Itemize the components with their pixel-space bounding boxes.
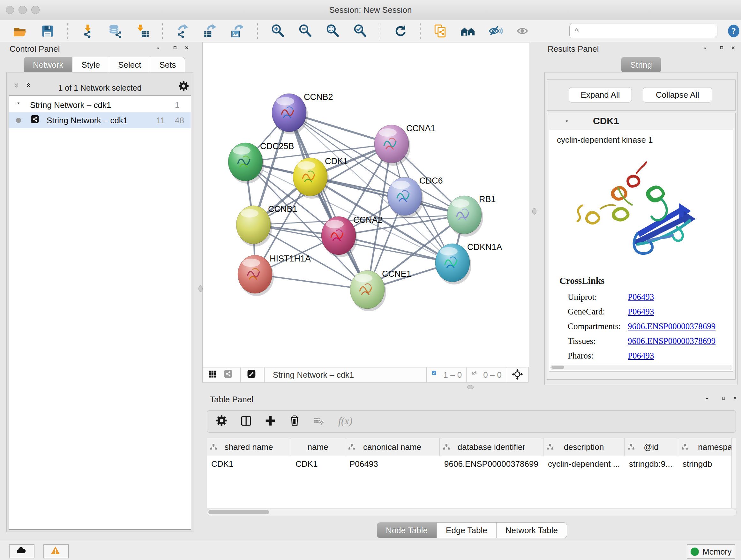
network-row[interactable]: String Network – cdk1 11 48 bbox=[9, 112, 191, 128]
table-panel-collapse-icon[interactable] bbox=[705, 397, 712, 404]
first-neighbors-button[interactable] bbox=[460, 23, 475, 39]
open-session-button[interactable] bbox=[12, 23, 27, 39]
crosslink-label: Tissues: bbox=[568, 336, 628, 346]
cell-description[interactable]: cyclin-dependent ... bbox=[543, 455, 624, 472]
crosslink-row: Uniprot:P06493 bbox=[568, 290, 727, 304]
network-node-cdk1[interactable]: CDK1 bbox=[293, 157, 348, 199]
crosshair-icon[interactable] bbox=[512, 368, 524, 381]
add-column-icon[interactable] bbox=[265, 415, 277, 428]
table-vscrollbar[interactable] bbox=[731, 438, 736, 508]
network-node-ccne1[interactable]: CCNE1 bbox=[350, 269, 411, 311]
settings-gear-icon[interactable] bbox=[216, 415, 229, 428]
show-all-button[interactable] bbox=[515, 23, 530, 39]
memory-button[interactable]: Memory bbox=[687, 544, 735, 559]
tab-string[interactable]: String bbox=[621, 57, 661, 73]
network-canvas[interactable]: CCNB2CCNA1CDC25BCDK1CDC6RB1CCNB1CCNA2CDK… bbox=[202, 42, 529, 368]
fx-icon[interactable]: f(x) bbox=[337, 415, 358, 428]
protein-structure-image bbox=[569, 150, 713, 271]
network-node-ccna1[interactable]: CCNA1 bbox=[374, 124, 435, 166]
table-hscrollbar[interactable] bbox=[207, 509, 737, 516]
network-node-cdc25b[interactable]: CDC25B bbox=[228, 141, 294, 184]
left-splitter-handle[interactable] bbox=[199, 286, 203, 292]
results-panel-close-icon[interactable] bbox=[731, 46, 738, 53]
zoom-selected-button[interactable] bbox=[352, 23, 367, 39]
import-database-button[interactable] bbox=[107, 23, 123, 39]
table-panel-close-icon[interactable] bbox=[733, 396, 740, 403]
control-panel-close-icon[interactable] bbox=[185, 46, 192, 53]
tab-edge-table[interactable]: Edge Table bbox=[437, 522, 496, 538]
results-panel-collapse-icon[interactable] bbox=[703, 47, 711, 54]
tab-sets[interactable]: Sets bbox=[150, 57, 185, 73]
export-network-button[interactable] bbox=[175, 23, 190, 39]
tab-node-table[interactable]: Node Table bbox=[377, 522, 437, 538]
grid-view-icon[interactable] bbox=[208, 369, 219, 380]
table-panel-float-icon[interactable] bbox=[722, 396, 729, 403]
cloud-icon bbox=[16, 545, 28, 557]
table-row[interactable]: CDK1CDK1P064939606.ENSP00000378699cyclin… bbox=[207, 455, 736, 472]
selected-nodes-edges-count: 1 – 0 bbox=[443, 370, 462, 380]
column-header-shared-name[interactable]: shared name bbox=[207, 438, 291, 455]
import-network-button[interactable] bbox=[80, 23, 95, 39]
right-splitter-handle[interactable] bbox=[532, 208, 536, 214]
control-panel-collapse-icon[interactable] bbox=[156, 47, 163, 54]
cloud-button[interactable] bbox=[9, 544, 35, 558]
crosslink-value-link[interactable]: P06493 bbox=[628, 307, 654, 317]
control-panel-float-icon[interactable] bbox=[173, 46, 180, 53]
crosslink-value-link[interactable]: 9606.ENSP00000378699 bbox=[628, 336, 716, 346]
tab-network[interactable]: Network bbox=[23, 57, 72, 73]
tab-network-table[interactable]: Network Table bbox=[496, 522, 567, 538]
columns-icon[interactable] bbox=[240, 415, 253, 428]
column-header--id[interactable]: @id bbox=[624, 438, 678, 455]
network-collection-row[interactable]: String Network – cdk1 1 bbox=[9, 98, 191, 112]
hide-selected-button[interactable] bbox=[488, 23, 503, 39]
network-node-ccnb2[interactable]: CCNB2 bbox=[272, 92, 333, 134]
cell-database-identifier[interactable]: 9606.ENSP00000378699 bbox=[440, 455, 543, 472]
warning-button[interactable] bbox=[44, 544, 69, 558]
column-header-name[interactable]: name bbox=[291, 438, 345, 455]
bottom-splitter-handle[interactable] bbox=[467, 385, 474, 389]
hidden-eye-icon[interactable] bbox=[471, 370, 481, 380]
crosslink-value-link[interactable]: P06493 bbox=[628, 292, 654, 302]
tree-expand-icon[interactable] bbox=[17, 102, 23, 108]
zoom-in-button[interactable] bbox=[270, 23, 285, 39]
cell-namespace[interactable]: stringdb bbox=[678, 455, 736, 472]
section-collapse-icon[interactable] bbox=[565, 120, 572, 127]
crosslink-value-link[interactable]: P06493 bbox=[628, 351, 654, 361]
results-panel-float-icon[interactable] bbox=[720, 46, 727, 53]
column-header-namespace[interactable]: namespace bbox=[678, 438, 736, 455]
results-panel-title: Results Panel bbox=[548, 44, 599, 54]
cell--id[interactable]: stringdb:9... bbox=[624, 455, 678, 472]
selected-checkbox-icon[interactable] bbox=[432, 371, 440, 379]
column-header-database-identifier[interactable]: database identifier bbox=[440, 438, 543, 455]
share-view-icon[interactable] bbox=[224, 369, 234, 380]
birdseye-view-icon[interactable] bbox=[247, 369, 258, 380]
import-table-button[interactable] bbox=[135, 23, 150, 39]
save-session-button[interactable] bbox=[40, 23, 55, 39]
search-input[interactable] bbox=[582, 26, 717, 36]
cell-shared-name[interactable]: CDK1 bbox=[207, 455, 291, 472]
copy-network-button[interactable] bbox=[433, 23, 448, 39]
column-header-canonical-name[interactable]: canonical name bbox=[345, 438, 440, 455]
network-node-cdkn1a[interactable]: CDKN1A bbox=[435, 242, 502, 285]
export-table-button[interactable] bbox=[202, 23, 218, 39]
crosslink-value-link[interactable]: 9606.ENSP00000378699 bbox=[628, 321, 716, 331]
refresh-button[interactable] bbox=[393, 23, 408, 39]
results-hscrollbar[interactable] bbox=[550, 365, 732, 370]
zoom-fit-button[interactable] bbox=[325, 23, 340, 39]
network-node-rb1[interactable]: RB1 bbox=[447, 194, 496, 237]
tab-style[interactable]: Style bbox=[72, 57, 109, 73]
delete-column-icon[interactable] bbox=[289, 415, 301, 428]
zoom-out-button[interactable] bbox=[297, 23, 313, 39]
network-node-hist1h1a[interactable]: HIST1H1A bbox=[238, 254, 311, 296]
column-header-description[interactable]: description bbox=[543, 438, 624, 455]
gear-icon[interactable] bbox=[179, 81, 191, 93]
expand-all-button[interactable]: Expand All bbox=[569, 87, 632, 103]
export-image-button[interactable] bbox=[230, 23, 245, 39]
cell-canonical-name[interactable]: P06493 bbox=[345, 455, 440, 472]
collapse-all-button[interactable]: Collapse All bbox=[643, 87, 712, 103]
help-button[interactable]: ? bbox=[726, 23, 741, 39]
delete-table-icon[interactable] bbox=[313, 415, 326, 428]
network-node-ccnb1[interactable]: CCNB1 bbox=[236, 204, 297, 246]
cell-name[interactable]: CDK1 bbox=[291, 455, 345, 472]
tab-select[interactable]: Select bbox=[109, 57, 150, 73]
